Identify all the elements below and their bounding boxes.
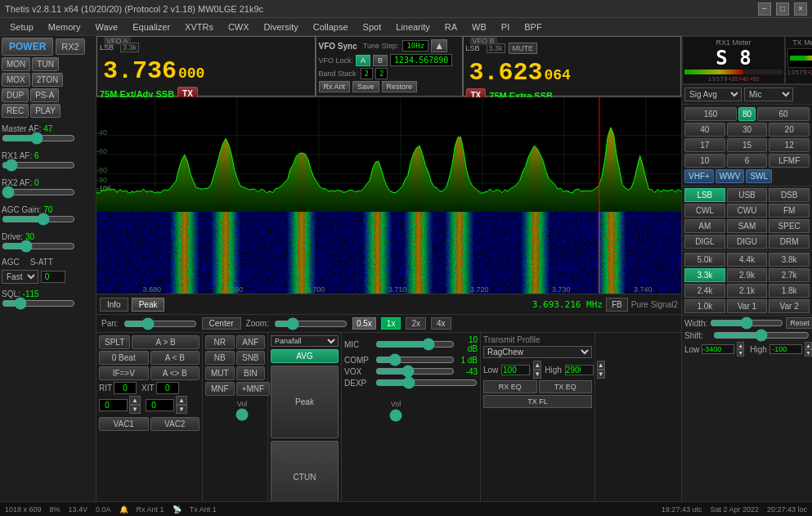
pan-slider[interactable] [123, 319, 197, 329]
filter-38k[interactable]: 3.8k [769, 253, 810, 267]
tune-up-button[interactable]: ▲ [431, 39, 447, 52]
zero-beat-button[interactable]: 0 Beat [99, 351, 149, 365]
high-input-bottom[interactable] [769, 344, 802, 354]
mic-mode-select[interactable]: Mic Line [744, 87, 793, 101]
rec-button[interactable]: REC [2, 104, 29, 118]
xit-num[interactable] [146, 399, 174, 411]
nr-button[interactable]: NR [205, 335, 235, 349]
rit-up[interactable]: ▲ [129, 396, 141, 405]
band-12[interactable]: 12 [769, 138, 810, 152]
maximize-button[interactable]: □ [776, 2, 789, 16]
menu-bpf[interactable]: BPF [518, 20, 548, 34]
filter-24k[interactable]: 2.4k [684, 284, 725, 298]
high-down-bottom[interactable]: ▼ [805, 349, 812, 357]
low-input-bottom[interactable] [702, 344, 734, 354]
filter-18k[interactable]: 1.8k [769, 284, 810, 298]
info-button[interactable]: Info [100, 298, 128, 312]
high-up[interactable]: ▲ [597, 361, 605, 370]
band-10[interactable]: 10 [684, 154, 725, 168]
band-lfmf[interactable]: LFMF [769, 154, 810, 168]
mut-button[interactable]: MUT [205, 366, 235, 380]
zoom-1x-button[interactable]: 1x [381, 317, 402, 330]
tx-fl-button[interactable]: TX FL [483, 395, 592, 408]
menu-wave[interactable]: Wave [88, 20, 124, 34]
filter-33k[interactable]: 3.3k [684, 268, 725, 282]
low-up-bottom[interactable]: ▲ [737, 342, 744, 349]
dexp-slider[interactable] [375, 378, 478, 388]
peak-button[interactable]: Peak [132, 298, 165, 312]
center-button[interactable]: Center [202, 317, 241, 330]
reset-button[interactable]: Reset [786, 317, 812, 329]
band-80[interactable]: 80 [738, 107, 756, 121]
agc-select[interactable]: FastMedSlow [2, 270, 38, 284]
vac2-button[interactable]: VAC2 [150, 417, 200, 431]
vfo-b-lock-button[interactable]: B [373, 55, 388, 66]
menu-equalizer[interactable]: Equalizer [126, 20, 177, 34]
filter-27k[interactable]: 2.7k [769, 268, 810, 282]
mon-button[interactable]: MON [2, 57, 30, 71]
high-down[interactable]: ▼ [597, 370, 605, 379]
bin-button[interactable]: BIN [236, 366, 265, 380]
mode-digu[interactable]: DIGU [727, 235, 768, 249]
master-af-slider[interactable] [2, 133, 75, 143]
peak-profile-button[interactable]: Peak [271, 366, 339, 438]
restore-button[interactable]: Restore [382, 81, 418, 92]
band-wwv[interactable]: WWV [716, 169, 745, 183]
menu-pi[interactable]: PI [495, 20, 516, 34]
a-eq-b-button[interactable]: A <> B [150, 366, 200, 380]
filter-29k[interactable]: 2.9k [727, 268, 768, 282]
band-15[interactable]: 15 [727, 138, 768, 152]
snb-button[interactable]: SNB [236, 351, 266, 365]
filter-44k[interactable]: 4.4k [727, 253, 768, 267]
zoom-slider[interactable] [274, 319, 348, 329]
filter-10k[interactable]: 1.0k [684, 299, 725, 313]
splt-button[interactable]: SPLT [99, 335, 130, 349]
high-up-bottom[interactable]: ▲ [805, 342, 812, 349]
width-slider[interactable] [710, 318, 783, 328]
xit-value[interactable] [156, 382, 179, 394]
sql-slider[interactable] [2, 298, 75, 308]
mode-sam[interactable]: SAM [727, 219, 768, 233]
mic-slider[interactable] [375, 339, 455, 349]
ps-a-button[interactable]: PS-A [30, 88, 59, 102]
vac1-button[interactable]: VAC1 [99, 417, 149, 431]
high-input-tx[interactable] [565, 365, 594, 375]
rx2-af-slider[interactable] [2, 187, 75, 197]
a-gt-b-button[interactable]: A > B [132, 335, 200, 349]
agc-gain-slider[interactable] [2, 214, 75, 224]
band-20[interactable]: 20 [769, 123, 810, 137]
minimize-button[interactable]: − [758, 2, 771, 16]
two-ton-button[interactable]: 2TON [32, 73, 64, 87]
mode-fm[interactable]: FM [769, 204, 810, 218]
sig-avg-select[interactable]: Sig Avg Signal [684, 87, 742, 101]
fb-button[interactable]: FB [606, 298, 628, 312]
menu-xvtrs[interactable]: XVTRs [178, 20, 220, 34]
a-lt-b-button[interactable]: A < B [150, 351, 200, 365]
low-down[interactable]: ▼ [533, 370, 541, 379]
rx2-button[interactable]: RX2 [56, 38, 84, 55]
band-160[interactable]: 160 [684, 107, 737, 121]
low-up[interactable]: ▲ [533, 361, 541, 370]
mute-button[interactable]: MUTE [509, 43, 538, 54]
mode-spec[interactable]: SPEC [769, 219, 810, 233]
save-button[interactable]: Save [352, 81, 379, 92]
nb-button[interactable]: NB [205, 351, 235, 365]
dup-button[interactable]: DUP [2, 88, 29, 102]
avg-button[interactable]: AVG [271, 349, 339, 363]
mode-am[interactable]: AM [684, 219, 725, 233]
mode-lsb[interactable]: LSB [684, 188, 725, 202]
rit-value[interactable] [114, 382, 137, 394]
drive-slider[interactable] [2, 241, 75, 251]
band-6[interactable]: 6 [727, 154, 768, 168]
band-30[interactable]: 30 [727, 123, 768, 137]
mode-dsb[interactable]: DSB [769, 188, 810, 202]
rit-down[interactable]: ▼ [129, 405, 141, 414]
mox-button[interactable]: MOX [2, 73, 30, 87]
menu-ra[interactable]: RA [438, 20, 464, 34]
s-att-input[interactable] [41, 271, 65, 283]
if-v-button[interactable]: IF=>V [99, 366, 149, 380]
rx-eq-button[interactable]: RX EQ [483, 380, 537, 393]
menu-memory[interactable]: Memory [42, 20, 87, 34]
vox-slider[interactable] [375, 366, 455, 376]
filter-var1[interactable]: Var 1 [727, 299, 768, 313]
